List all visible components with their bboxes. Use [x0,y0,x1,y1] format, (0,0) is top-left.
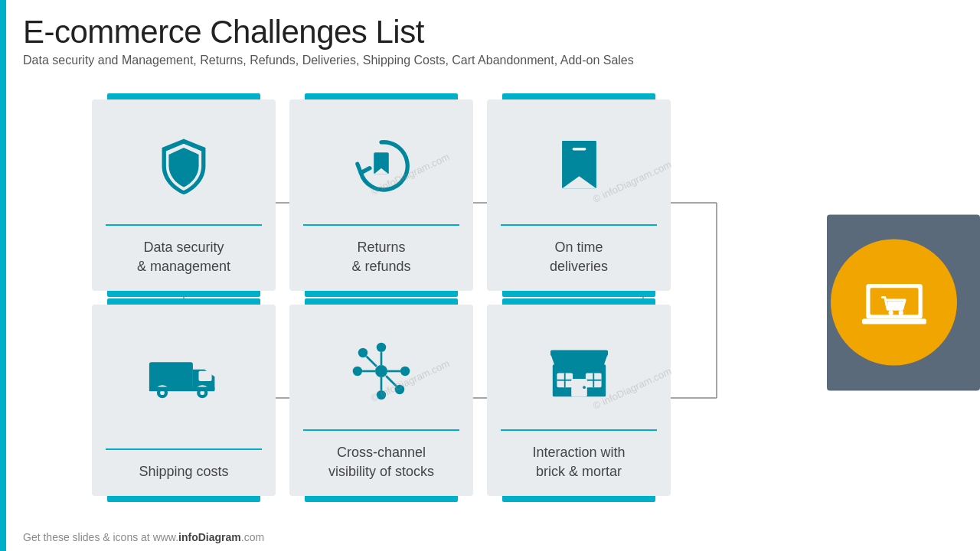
card-label-deliveries: On timedeliveries [542,229,616,291]
svg-point-45 [898,310,903,315]
card-divider-2 [303,224,459,226]
cards-grid: Data security& management Returns& refun… [92,99,671,496]
card-label-shipping: Shipping costs [131,453,236,496]
right-connector [671,99,778,511]
svg-point-22 [358,348,368,357]
card-icon-data-security [92,99,276,221]
card-shipping: Shipping costs [92,305,276,496]
page-subtitle: Data security and Management, Returns, R… [23,54,957,67]
header: E-commerce Challenges List Data security… [23,14,957,67]
card-label-brick-mortar: Interaction withbrick & mortar [524,434,632,496]
svg-rect-11 [198,371,211,381]
card-divider-5 [303,429,459,431]
card-data-security: Data security& management [92,99,276,291]
card-icon-network [289,305,473,426]
svg-rect-43 [887,301,903,309]
right-decoration [831,240,957,366]
card-icon-shipping [92,305,276,445]
card-icon-store [487,305,671,426]
svg-point-18 [377,343,386,352]
card-label-returns: Returns& refunds [344,229,418,291]
svg-line-29 [386,376,396,386]
svg-point-44 [888,310,893,315]
footer-suffix: .com [241,531,264,543]
network-icon [351,341,412,402]
card-returns-refunds: Returns& refunds [289,99,473,291]
card-cross-channel: Cross-channelvisibility of stocks [289,305,473,496]
page-title: E-commerce Challenges List [23,14,957,51]
footer-brand: infoDiagram [178,531,241,543]
card-icon-deliveries [487,99,671,221]
ecommerce-circle [831,240,957,366]
svg-rect-10 [149,363,192,390]
card-brick-mortar: Interaction withbrick & mortar [487,305,671,496]
card-icon-returns [289,99,473,221]
svg-point-39 [583,386,586,389]
svg-point-19 [377,390,386,399]
svg-line-28 [366,357,376,367]
cart-laptop-icon [861,276,928,329]
svg-rect-31 [550,350,608,356]
card-divider-6 [501,429,657,431]
card-divider-4 [106,448,262,450]
svg-point-21 [400,367,410,376]
footer-prefix: Get these slides & icons at www. [23,531,178,543]
svg-point-20 [353,367,362,376]
card-label-data-security: Data security& management [129,229,238,291]
svg-point-23 [395,385,404,394]
footer: Get these slides & icons at www.infoDiag… [23,531,957,543]
shield-icon [153,135,214,197]
svg-rect-16 [149,387,214,392]
main-content: Data security& management Returns& refun… [23,92,957,513]
card-label-cross-channel: Cross-channelvisibility of stocks [321,434,442,496]
svg-rect-42 [862,318,926,324]
store-icon [547,343,612,400]
card-deliveries: On timedeliveries [487,99,671,291]
svg-point-17 [375,365,387,377]
card-divider-3 [501,224,657,226]
left-accent-bar [0,0,6,551]
svg-rect-9 [572,148,586,151]
bookmark-icon [554,135,604,197]
returns-icon [351,135,412,197]
truck-icon [148,354,220,407]
card-divider-1 [106,224,262,226]
